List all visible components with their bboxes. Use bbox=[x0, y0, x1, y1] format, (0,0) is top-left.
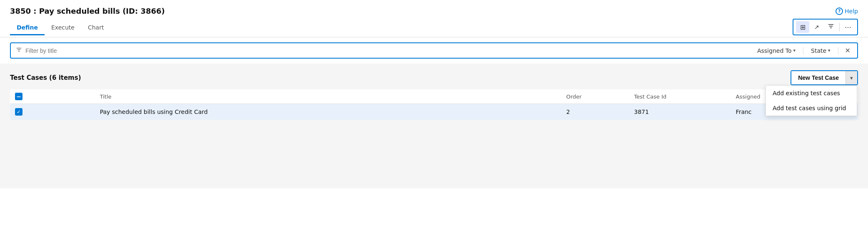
col-checkbox: − bbox=[10, 89, 95, 104]
row-checkbox[interactable]: ✓ bbox=[15, 108, 22, 116]
tab-define[interactable]: Define bbox=[10, 21, 45, 35]
page: 3850 : Pay scheduled bills (ID: 3866) ? … bbox=[0, 0, 868, 232]
add-test-cases-using-grid-item[interactable]: Add test cases using grid bbox=[766, 101, 857, 116]
select-all-checkbox[interactable]: − bbox=[15, 93, 22, 100]
filter-dropdowns: Assigned To ▾ State ▾ ✕ bbox=[755, 46, 852, 55]
expand-button[interactable]: ↗ bbox=[810, 21, 823, 33]
filter-button[interactable] bbox=[824, 21, 838, 33]
new-test-case-button[interactable]: New Test Case bbox=[791, 71, 846, 84]
table-row[interactable]: ✓ Pay scheduled bills using Credit Card … bbox=[10, 104, 858, 120]
filter-bar: Assigned To ▾ State ▾ ✕ bbox=[10, 42, 858, 59]
col-order-header: Order bbox=[561, 89, 629, 104]
col-testid-header: Test Case Id bbox=[629, 89, 731, 104]
row-title-cell: Pay scheduled bills using Credit Card bbox=[95, 104, 561, 120]
new-test-case-dropdown-menu: Add existing test cases Add test cases u… bbox=[766, 85, 857, 116]
assigned-to-dropdown[interactable]: Assigned To ▾ bbox=[755, 47, 798, 55]
grid-icon: ⊞ bbox=[800, 23, 806, 31]
toolbar: ⊞ ↗ ⋯ bbox=[793, 19, 858, 35]
add-existing-test-cases-item[interactable]: Add existing test cases bbox=[766, 86, 857, 101]
page-header: 3850 : Pay scheduled bills (ID: 3866) ? … bbox=[0, 0, 868, 15]
section-header: Test Cases (6 items) New Test Case ▾ Add… bbox=[10, 64, 858, 89]
tabs-row: Define Execute Chart ⊞ ↗ bbox=[0, 15, 868, 37]
col-title-header: Title bbox=[95, 89, 561, 104]
state-label: State bbox=[811, 47, 826, 54]
grid-view-button[interactable]: ⊞ bbox=[796, 21, 809, 33]
test-cases-table: − Title Order Test Case Id Assigned ✓ Pa… bbox=[10, 89, 858, 120]
filter-icon bbox=[828, 23, 834, 31]
row-order-cell: 2 bbox=[561, 104, 629, 120]
filter-bar-icon bbox=[16, 47, 22, 54]
state-chevron-icon: ▾ bbox=[828, 48, 831, 53]
table-header-row: − Title Order Test Case Id Assigned bbox=[10, 89, 858, 104]
expand-icon: ↗ bbox=[814, 24, 819, 30]
new-test-case-group: New Test Case ▾ Add existing test cases … bbox=[791, 70, 858, 85]
filter-close-button[interactable]: ✕ bbox=[843, 46, 852, 55]
row-testid-cell: 3871 bbox=[629, 104, 731, 120]
more-icon: ⋯ bbox=[845, 23, 851, 31]
more-options-button[interactable]: ⋯ bbox=[841, 21, 855, 33]
main-content: Test Cases (6 items) New Test Case ▾ Add… bbox=[0, 64, 868, 188]
help-label: Help bbox=[845, 8, 858, 15]
row-checkbox-cell: ✓ bbox=[10, 104, 95, 120]
chevron-down-icon: ▾ bbox=[850, 75, 853, 81]
new-test-case-chevron-button[interactable]: ▾ bbox=[846, 71, 857, 84]
tab-chart[interactable]: Chart bbox=[81, 21, 110, 35]
filter-separator-2 bbox=[838, 47, 838, 54]
tabs-container: Define Execute Chart bbox=[10, 21, 110, 35]
help-circle-icon: ? bbox=[836, 7, 843, 15]
row-assigned-value: Franc bbox=[736, 109, 752, 115]
section-title: Test Cases (6 items) bbox=[10, 74, 81, 81]
assigned-to-chevron-icon: ▾ bbox=[793, 48, 796, 53]
page-title: 3850 : Pay scheduled bills (ID: 3866) bbox=[10, 7, 165, 15]
filter-separator bbox=[803, 47, 803, 54]
assigned-to-label: Assigned To bbox=[757, 47, 792, 54]
tab-execute[interactable]: Execute bbox=[45, 21, 81, 35]
help-link[interactable]: ? Help bbox=[836, 7, 858, 15]
toolbar-divider bbox=[839, 23, 840, 31]
filter-input[interactable] bbox=[25, 47, 751, 54]
state-dropdown[interactable]: State ▾ bbox=[808, 47, 833, 55]
